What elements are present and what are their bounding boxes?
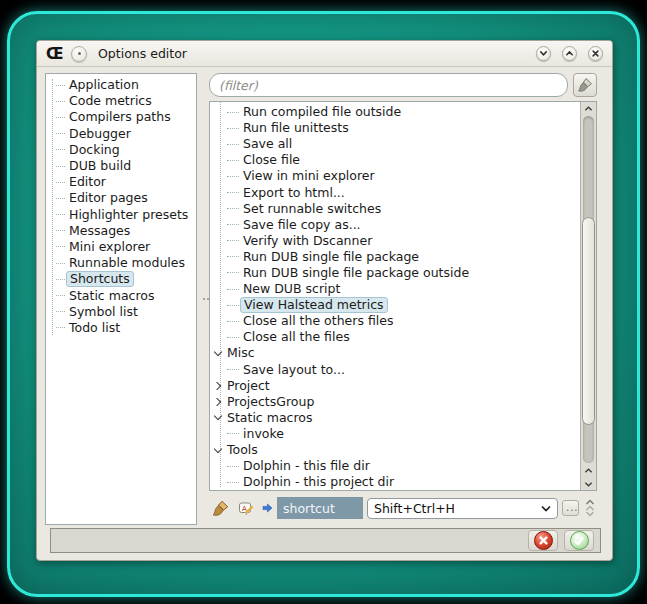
tree-stub	[227, 208, 239, 209]
brush-icon	[577, 77, 593, 93]
app-icon: Œ	[46, 45, 62, 63]
tree-item-selected[interactable]: View Halstead metrics	[210, 297, 580, 313]
splitter-grip-icon	[203, 298, 205, 300]
sidebar-item-mini-explorer[interactable]: Mini explorer	[46, 239, 196, 255]
window-menu-button[interactable]	[71, 46, 87, 62]
sidebar-item-static-macros[interactable]: Static macros	[46, 287, 196, 303]
filter-input[interactable]	[209, 73, 568, 97]
tree-stub	[227, 337, 239, 338]
tree-item[interactable]: New DUB script	[210, 281, 580, 297]
tree-item[interactable]: Save all	[210, 136, 580, 152]
chevron-down-icon[interactable]	[585, 510, 595, 518]
tree-item[interactable]: Close all the files	[210, 329, 580, 345]
tree-item-label: Dolphin - this file dir	[243, 459, 370, 473]
sidebar-item-label: Messages	[69, 224, 130, 238]
tree-item-label: Close all the files	[243, 330, 350, 344]
tree-item[interactable]: Export to html...	[210, 184, 580, 200]
inspector-scroll-buttons[interactable]	[582, 499, 597, 517]
chevron-up-icon	[584, 105, 593, 113]
sidebar-item-editor-pages[interactable]: Editor pages	[46, 190, 196, 206]
scroll-down-button[interactable]	[581, 477, 596, 490]
sidebar-item-label: Compilers paths	[69, 110, 171, 124]
sidebar-item-todo-list[interactable]: Todo list	[46, 320, 196, 336]
scroll-up-button[interactable]	[581, 102, 596, 115]
sidebar-item-symbol-list[interactable]: Symbol list	[46, 304, 196, 320]
tree-item[interactable]: Set runnable switches	[210, 201, 580, 217]
scroll-up-button-bottom[interactable]	[581, 464, 596, 477]
sidebar-item-label: Highlighter presets	[69, 208, 188, 222]
tree-node-label: Tools	[227, 443, 258, 457]
tree-item-label: Run DUB single file package	[243, 250, 419, 264]
sidebar-item-debugger[interactable]: Debugger	[46, 126, 196, 142]
ok-button[interactable]	[564, 530, 594, 551]
scrollbar-thumb[interactable]	[582, 217, 595, 425]
tree-item-label: Close all the others files	[243, 314, 393, 328]
edit-shortcut-button[interactable]: A	[237, 500, 255, 516]
panel-splitter[interactable]	[198, 73, 209, 525]
sidebar-item-label-selected: Shortcuts	[66, 271, 134, 287]
tree-item[interactable]: Run file unittests	[210, 120, 580, 136]
tree-stub	[56, 279, 65, 280]
sidebar-item-compilers-paths[interactable]: Compilers paths	[46, 109, 196, 125]
chevron-up-icon	[565, 49, 574, 58]
sidebar-item-editor[interactable]: Editor	[46, 174, 196, 190]
tree-item-label: View in mini explorer	[243, 169, 375, 183]
tree-node-label: Project	[227, 379, 270, 393]
chevron-down-icon[interactable]	[214, 444, 222, 452]
tree-item[interactable]: Dolphin - this project dir	[210, 474, 580, 490]
cancel-button[interactable]	[528, 530, 558, 551]
chevron-right-icon[interactable]	[213, 381, 221, 389]
tree-node-project[interactable]: Project	[210, 378, 580, 394]
tree-node-projectsgroup[interactable]: ProjectsGroup	[210, 394, 580, 410]
sidebar-item-shortcuts[interactable]: Shortcuts	[46, 271, 196, 287]
sidebar-item-label: Debugger	[69, 127, 131, 141]
chevron-right-icon[interactable]	[213, 397, 221, 405]
tree-item[interactable]: Run compiled file outside	[210, 104, 580, 120]
sidebar-item-docking[interactable]: Docking	[46, 142, 196, 158]
tree-stub	[56, 263, 65, 264]
tree-node-static-macros[interactable]: Static macros	[210, 410, 580, 426]
vertical-scrollbar[interactable]	[580, 102, 596, 490]
tree-item-label: Verify with Dscanner	[243, 234, 372, 248]
close-button[interactable]	[588, 46, 603, 61]
sidebar-item-application[interactable]: Application	[46, 77, 196, 93]
tree-item-label: invoke	[243, 427, 284, 441]
unshade-button[interactable]	[562, 46, 577, 61]
tree-item[interactable]: Close all the others files	[210, 313, 580, 329]
shade-button[interactable]	[536, 46, 551, 61]
property-name-cell[interactable]: shortcut	[277, 497, 363, 519]
sidebar-item-highlighter-presets[interactable]: Highlighter presets	[46, 207, 196, 223]
tree-item-label: New DUB script	[243, 282, 340, 296]
tree-item[interactable]: View in mini explorer	[210, 168, 580, 184]
tree-item[interactable]: Dolphin - this file dir	[210, 458, 580, 474]
clear-filter-button[interactable]	[573, 73, 597, 97]
sidebar-item-code-metrics[interactable]: Code metrics	[46, 93, 196, 109]
x-icon	[591, 49, 600, 58]
tree-item[interactable]: Save layout to...	[210, 362, 580, 378]
clear-shortcut-button[interactable]	[210, 500, 230, 517]
tree-node-tools[interactable]: Tools	[210, 442, 580, 458]
tree-item[interactable]: Verify with Dscanner	[210, 233, 580, 249]
tree-node-misc[interactable]: Misc	[210, 345, 580, 361]
chevron-down-icon[interactable]	[214, 412, 222, 420]
sidebar-item-label: Runnable modules	[69, 256, 185, 270]
tree-stub	[227, 305, 239, 306]
sidebar-item-messages[interactable]: Messages	[46, 223, 196, 239]
more-button[interactable]: ...	[562, 500, 579, 516]
options-editor-window: Œ Options editor Application Code metric…	[36, 40, 613, 561]
chevron-down-icon[interactable]	[214, 348, 222, 356]
sidebar-item-runnable-modules[interactable]: Runnable modules	[46, 255, 196, 271]
tree-stub	[56, 133, 65, 134]
tree-item[interactable]: Save file copy as...	[210, 217, 580, 233]
window-title: Options editor	[98, 46, 187, 61]
tree-item[interactable]: Run DUB single file package	[210, 249, 580, 265]
shortcut-value-combobox[interactable]: Shift+Ctrl+H	[367, 498, 558, 519]
tree-item[interactable]: Run DUB single file package outside	[210, 265, 580, 281]
x-icon	[534, 531, 553, 550]
sidebar-item-dub-build[interactable]: DUB build	[46, 158, 196, 174]
tree-item-label-selected: View Halstead metrics	[240, 297, 388, 313]
tree-item[interactable]: invoke	[210, 426, 580, 442]
tree-item[interactable]: Close file	[210, 152, 580, 168]
tree-stub	[56, 182, 65, 183]
scrollbar-track[interactable]	[583, 116, 594, 463]
